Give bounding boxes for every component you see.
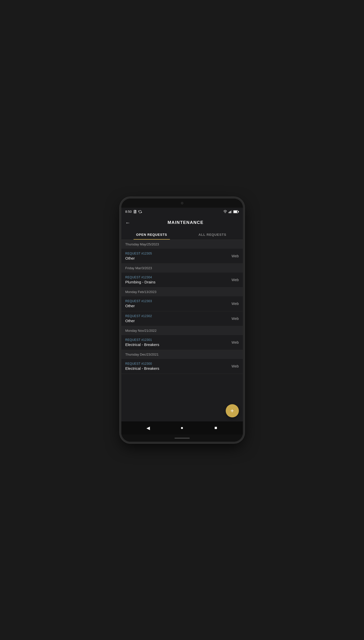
request-info: REQUEST #12300Electrical - Breakers [125,362,159,371]
svg-rect-5 [230,211,231,213]
date-header-3: Monday Nov/21/2022 [121,326,243,335]
fab-plus-icon: + [230,408,234,414]
request-info: REQUEST #12303Other [125,299,152,308]
request-source: Web [232,317,239,321]
sim-icon [133,210,137,214]
nav-back-button[interactable]: ◀ [143,423,153,433]
svg-rect-6 [231,210,232,213]
request-type: Other [125,304,152,308]
page-title: MAINTENANCE [132,220,239,225]
back-button[interactable]: ← [125,219,132,227]
svg-rect-9 [238,211,239,212]
request-type: Electrical - Breakers [125,366,159,371]
request-row[interactable]: REQUEST #12304Plumbing - DrainsWeb [121,273,243,287]
tabs-container: OPEN REQUESTS ALL REQUESTS [121,230,243,240]
request-source: Web [232,364,239,368]
camera-dot [181,202,183,204]
request-row[interactable]: REQUEST #12305OtherWeb [121,249,243,264]
device-frame: 8:50 [121,199,243,442]
request-info: REQUEST #12302Other [125,314,152,323]
date-header-2: Monday Feb/13/2023 [121,287,243,296]
request-row[interactable]: REQUEST #12303OtherWeb [121,296,243,311]
status-bar: 8:50 [121,208,243,216]
request-type: Other [125,319,152,323]
request-number: REQUEST #12301 [125,338,159,342]
nav-home-button[interactable]: ● [177,423,187,433]
status-left: 8:50 [125,210,142,214]
signal-icon [228,210,232,214]
date-header-0: Thursday May/25/2023 [121,240,243,249]
request-source: Web [232,254,239,258]
request-source: Web [232,302,239,306]
request-number: REQUEST #12304 [125,276,156,279]
request-type: Plumbing - Drains [125,280,156,284]
request-source: Web [232,340,239,344]
status-time: 8:50 [125,210,132,214]
app-content: ← MAINTENANCE OPEN REQUESTS ALL REQUESTS… [121,216,243,421]
battery-icon [233,210,239,213]
date-header-1: Friday Mar/3/2023 [121,264,243,273]
request-type: Electrical - Breakers [125,342,159,347]
svg-rect-1 [134,211,136,212]
camera-area [121,199,243,208]
request-number: REQUEST #12302 [125,314,152,318]
nav-recent-button[interactable]: ■ [211,423,221,433]
request-row[interactable]: REQUEST #12301Electrical - BreakersWeb [121,335,243,350]
status-right [223,210,239,214]
fab-add-button[interactable]: + [226,404,239,417]
svg-rect-8 [234,211,237,213]
request-info: REQUEST #12304Plumbing - Drains [125,276,156,284]
request-number: REQUEST #12303 [125,299,152,303]
request-row[interactable]: REQUEST #12302OtherWeb [121,311,243,326]
wifi-icon [223,210,227,214]
svg-rect-3 [228,212,229,213]
list-content[interactable]: Thursday May/25/2023REQUEST #12305OtherW… [121,240,243,401]
request-number: REQUEST #12300 [125,362,159,365]
fab-container: + [121,401,243,421]
home-indicator [175,438,190,439]
request-source: Web [232,278,239,282]
nav-bar: ◀ ● ■ [121,421,243,435]
request-number: REQUEST #12305 [125,252,152,255]
date-header-4: Thursday Dec/23/2021 [121,350,243,359]
tab-all-requests[interactable]: ALL REQUESTS [182,230,243,240]
sync-icon [138,210,142,214]
top-bar: ← MAINTENANCE [121,216,243,230]
svg-point-2 [225,212,225,213]
bottom-area [121,435,243,442]
tab-open-requests[interactable]: OPEN REQUESTS [121,230,182,240]
request-type: Other [125,256,152,260]
request-info: REQUEST #12305Other [125,252,152,260]
svg-rect-4 [229,211,230,213]
request-info: REQUEST #12301Electrical - Breakers [125,338,159,347]
request-row[interactable]: REQUEST #12300Electrical - BreakersWeb [121,359,243,374]
